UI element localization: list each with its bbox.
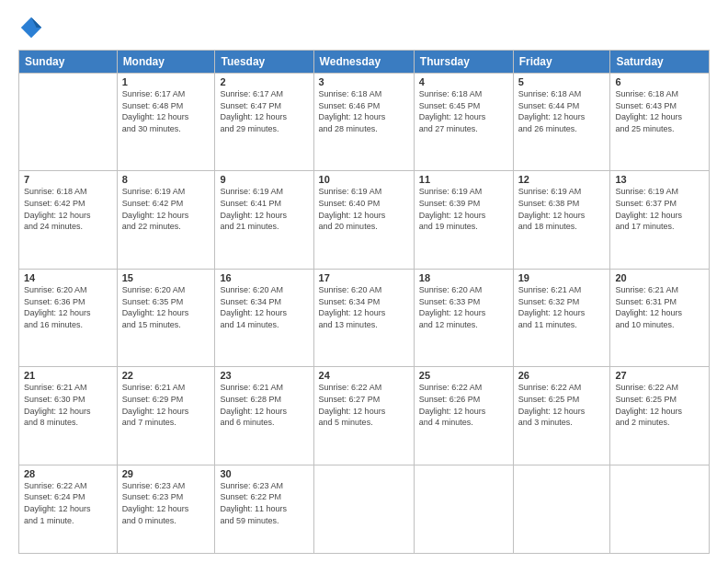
day-number: 28 [24, 468, 112, 479]
day-info: Sunrise: 6:18 AM Sunset: 6:45 PM Dayligh… [419, 88, 508, 134]
day-info: Sunrise: 6:21 AM Sunset: 6:29 PM Dayligh… [122, 382, 210, 428]
day-cell: 15Sunrise: 6:20 AM Sunset: 6:35 PM Dayli… [117, 269, 215, 366]
day-info: Sunrise: 6:21 AM Sunset: 6:31 PM Dayligh… [615, 284, 704, 330]
day-cell: 23Sunrise: 6:21 AM Sunset: 6:28 PM Dayli… [215, 367, 313, 465]
day-info: Sunrise: 6:21 AM Sunset: 6:32 PM Dayligh… [518, 284, 606, 330]
day-info: Sunrise: 6:19 AM Sunset: 6:40 PM Dayligh… [319, 186, 409, 232]
day-cell: 25Sunrise: 6:22 AM Sunset: 6:26 PM Dayli… [414, 367, 513, 465]
day-info: Sunrise: 6:20 AM Sunset: 6:34 PM Dayligh… [220, 284, 308, 330]
calendar-page: SundayMondayTuesdayWednesdayThursdayFrid… [0, 0, 728, 563]
day-number: 3 [319, 76, 409, 87]
day-number: 7 [24, 174, 112, 185]
day-cell: 30Sunrise: 6:23 AM Sunset: 6:22 PM Dayli… [215, 465, 313, 553]
day-info: Sunrise: 6:22 AM Sunset: 6:26 PM Dayligh… [419, 382, 508, 428]
day-number: 20 [615, 272, 704, 283]
day-cell: 18Sunrise: 6:20 AM Sunset: 6:33 PM Dayli… [414, 269, 513, 366]
day-cell: 4Sunrise: 6:18 AM Sunset: 6:45 PM Daylig… [414, 74, 513, 171]
day-cell: 1Sunrise: 6:17 AM Sunset: 6:48 PM Daylig… [117, 74, 215, 171]
weekday-header-monday: Monday [117, 51, 215, 74]
day-cell [610, 465, 710, 553]
day-cell: 27Sunrise: 6:22 AM Sunset: 6:25 PM Dayli… [610, 367, 710, 465]
day-info: Sunrise: 6:19 AM Sunset: 6:41 PM Dayligh… [220, 186, 308, 232]
day-number: 24 [319, 370, 409, 381]
day-cell [19, 74, 118, 171]
day-cell: 6Sunrise: 6:18 AM Sunset: 6:43 PM Daylig… [610, 74, 710, 171]
day-number: 14 [24, 272, 112, 283]
day-number: 27 [615, 370, 704, 381]
day-info: Sunrise: 6:19 AM Sunset: 6:42 PM Dayligh… [122, 186, 210, 232]
weekday-header-thursday: Thursday [414, 51, 513, 74]
day-number: 12 [518, 174, 606, 185]
day-cell: 20Sunrise: 6:21 AM Sunset: 6:31 PM Dayli… [610, 269, 710, 366]
day-cell [313, 465, 414, 553]
day-info: Sunrise: 6:21 AM Sunset: 6:30 PM Dayligh… [24, 382, 112, 428]
day-info: Sunrise: 6:17 AM Sunset: 6:48 PM Dayligh… [122, 88, 210, 134]
day-cell: 11Sunrise: 6:19 AM Sunset: 6:39 PM Dayli… [414, 171, 513, 269]
weekday-header-sunday: Sunday [19, 51, 118, 74]
day-cell: 16Sunrise: 6:20 AM Sunset: 6:34 PM Dayli… [215, 269, 313, 366]
day-number: 23 [220, 370, 308, 381]
day-cell: 17Sunrise: 6:20 AM Sunset: 6:34 PM Dayli… [313, 269, 414, 366]
day-cell: 9Sunrise: 6:19 AM Sunset: 6:41 PM Daylig… [215, 171, 313, 269]
weekday-header-saturday: Saturday [610, 51, 710, 74]
day-cell: 3Sunrise: 6:18 AM Sunset: 6:46 PM Daylig… [313, 74, 414, 171]
day-number: 16 [220, 272, 308, 283]
day-info: Sunrise: 6:18 AM Sunset: 6:46 PM Dayligh… [319, 88, 409, 134]
day-number: 26 [518, 370, 606, 381]
day-number: 29 [122, 468, 210, 479]
day-cell: 29Sunrise: 6:23 AM Sunset: 6:23 PM Dayli… [117, 465, 215, 553]
day-cell: 19Sunrise: 6:21 AM Sunset: 6:32 PM Dayli… [513, 269, 610, 366]
weekday-header-friday: Friday [513, 51, 610, 74]
day-cell: 22Sunrise: 6:21 AM Sunset: 6:29 PM Dayli… [117, 367, 215, 465]
weekday-header-wednesday: Wednesday [313, 51, 414, 74]
day-number: 8 [122, 174, 210, 185]
calendar-table: SundayMondayTuesdayWednesdayThursdayFrid… [18, 50, 710, 554]
day-number: 10 [319, 174, 409, 185]
day-info: Sunrise: 6:20 AM Sunset: 6:34 PM Dayligh… [319, 284, 409, 330]
day-number: 2 [220, 76, 308, 87]
day-number: 15 [122, 272, 210, 283]
day-cell: 10Sunrise: 6:19 AM Sunset: 6:40 PM Dayli… [313, 171, 414, 269]
day-cell: 14Sunrise: 6:20 AM Sunset: 6:36 PM Dayli… [19, 269, 118, 366]
day-info: Sunrise: 6:18 AM Sunset: 6:42 PM Dayligh… [24, 186, 112, 232]
day-info: Sunrise: 6:20 AM Sunset: 6:36 PM Dayligh… [24, 284, 112, 330]
day-cell [513, 465, 610, 553]
day-cell: 7Sunrise: 6:18 AM Sunset: 6:42 PM Daylig… [19, 171, 118, 269]
logo [18, 15, 46, 40]
day-info: Sunrise: 6:22 AM Sunset: 6:25 PM Dayligh… [518, 382, 606, 428]
day-number: 9 [220, 174, 308, 185]
header [18, 15, 710, 40]
day-info: Sunrise: 6:22 AM Sunset: 6:27 PM Dayligh… [319, 382, 409, 428]
day-cell: 2Sunrise: 6:17 AM Sunset: 6:47 PM Daylig… [215, 74, 313, 171]
day-number: 22 [122, 370, 210, 381]
day-cell: 12Sunrise: 6:19 AM Sunset: 6:38 PM Dayli… [513, 171, 610, 269]
day-number: 21 [24, 370, 112, 381]
day-info: Sunrise: 6:23 AM Sunset: 6:22 PM Dayligh… [220, 480, 308, 526]
week-row-4: 21Sunrise: 6:21 AM Sunset: 6:30 PM Dayli… [19, 367, 710, 465]
week-row-2: 7Sunrise: 6:18 AM Sunset: 6:42 PM Daylig… [19, 171, 710, 269]
week-row-5: 28Sunrise: 6:22 AM Sunset: 6:24 PM Dayli… [19, 465, 710, 553]
day-number: 5 [518, 76, 606, 87]
day-number: 11 [419, 174, 508, 185]
day-number: 4 [419, 76, 508, 87]
day-info: Sunrise: 6:22 AM Sunset: 6:24 PM Dayligh… [24, 480, 112, 526]
day-info: Sunrise: 6:22 AM Sunset: 6:25 PM Dayligh… [615, 382, 704, 428]
weekday-header-tuesday: Tuesday [215, 51, 313, 74]
day-info: Sunrise: 6:18 AM Sunset: 6:43 PM Dayligh… [615, 88, 704, 134]
day-number: 13 [615, 174, 704, 185]
day-number: 19 [518, 272, 606, 283]
day-cell: 24Sunrise: 6:22 AM Sunset: 6:27 PM Dayli… [313, 367, 414, 465]
day-cell: 8Sunrise: 6:19 AM Sunset: 6:42 PM Daylig… [117, 171, 215, 269]
day-number: 18 [419, 272, 508, 283]
day-number: 30 [220, 468, 308, 479]
day-number: 17 [319, 272, 409, 283]
day-info: Sunrise: 6:23 AM Sunset: 6:23 PM Dayligh… [122, 480, 210, 526]
day-number: 25 [419, 370, 508, 381]
day-info: Sunrise: 6:20 AM Sunset: 6:35 PM Dayligh… [122, 284, 210, 330]
week-row-3: 14Sunrise: 6:20 AM Sunset: 6:36 PM Dayli… [19, 269, 710, 366]
day-cell: 13Sunrise: 6:19 AM Sunset: 6:37 PM Dayli… [610, 171, 710, 269]
week-row-1: 1Sunrise: 6:17 AM Sunset: 6:48 PM Daylig… [19, 74, 710, 171]
day-cell: 28Sunrise: 6:22 AM Sunset: 6:24 PM Dayli… [19, 465, 118, 553]
day-info: Sunrise: 6:19 AM Sunset: 6:37 PM Dayligh… [615, 186, 704, 232]
day-cell: 5Sunrise: 6:18 AM Sunset: 6:44 PM Daylig… [513, 74, 610, 171]
